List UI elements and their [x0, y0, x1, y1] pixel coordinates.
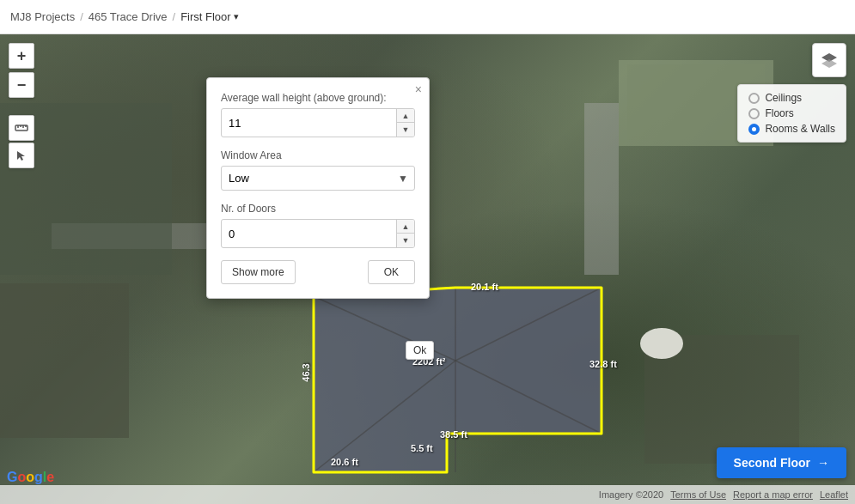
window-area-label: Window Area: [221, 149, 415, 161]
measurement-label-1: 20.1 ft: [471, 282, 498, 292]
modal-ok-button[interactable]: OK: [368, 260, 415, 284]
doors-input[interactable]: [222, 223, 396, 245]
doors-field: Nr. of Doors ▲ ▼: [221, 203, 415, 248]
zoom-out-button[interactable]: −: [9, 72, 34, 98]
window-area-select[interactable]: Low Medium High: [221, 166, 415, 191]
ruler-button[interactable]: [9, 115, 34, 141]
modal-close-button[interactable]: ×: [415, 83, 422, 95]
modal-dialog: × Average wall height (above ground): ▲ …: [206, 77, 430, 299]
sep-2: /: [173, 10, 176, 23]
svg-rect-11: [0, 283, 129, 438]
doors-up[interactable]: ▲: [397, 220, 414, 234]
radio-ceilings-circle: [748, 93, 760, 104]
layer-button[interactable]: [812, 43, 846, 77]
wall-height-label: Average wall height (above ground):: [221, 92, 415, 104]
floor-selector[interactable]: First Floor ▾: [180, 10, 239, 23]
bottom-bar: Imagery ©2020 Terms of Use Report a map …: [0, 485, 855, 504]
svg-marker-20: [17, 151, 25, 161]
measurement-label-7: 5.5 ft: [411, 443, 433, 453]
doors-spinner: ▲ ▼: [396, 220, 414, 247]
svg-rect-3: [584, 103, 619, 275]
wall-height-input[interactable]: [222, 112, 396, 134]
leaflet-link[interactable]: Leaflet: [820, 489, 848, 500]
wall-height-up[interactable]: ▲: [397, 109, 414, 123]
measurement-label-6: 20.6 ft: [331, 457, 358, 467]
show-more-button[interactable]: Show more: [221, 260, 296, 284]
zoom-in-button[interactable]: +: [9, 43, 34, 69]
radio-ceilings-label: Ceilings: [765, 92, 802, 104]
second-floor-button[interactable]: Second Floor →: [717, 447, 846, 478]
modal-actions: Show more OK: [221, 260, 415, 284]
app-header: MJ8 Projects / 465 Trace Drive / First F…: [0, 0, 855, 34]
radio-rooms-walls-circle: [748, 124, 760, 135]
measurement-label-5: 38.5 ft: [440, 429, 467, 440]
second-floor-label: Second Floor: [734, 456, 810, 470]
svg-marker-22: [821, 59, 837, 68]
doors-input-group: ▲ ▼: [221, 219, 415, 248]
radio-floors[interactable]: Floors: [748, 107, 835, 119]
radio-ceilings[interactable]: Ceilings: [748, 92, 835, 104]
google-logo: Google: [7, 470, 54, 485]
second-floor-arrow-icon: →: [817, 456, 829, 470]
report-link[interactable]: Report a map error: [733, 489, 813, 500]
measurement-label-3: 32.8 ft: [589, 359, 617, 369]
window-area-field: Window Area Low Medium High ▼: [221, 149, 415, 191]
wall-height-field: Average wall height (above ground): ▲ ▼: [221, 92, 415, 137]
imagery-credit: Imagery ©2020: [599, 489, 663, 500]
map-container[interactable]: 23.7 ft 20.1 ft 46.3 32.8 ft 2202 ft² 38…: [0, 34, 855, 504]
wall-height-input-group: ▲ ▼: [221, 108, 415, 137]
svg-point-14: [640, 328, 683, 359]
radio-panel: Ceilings Floors Rooms & Walls: [737, 84, 846, 143]
project-name[interactable]: MJ8 Projects: [10, 10, 75, 23]
radio-rooms-walls-label: Rooms & Walls: [765, 123, 835, 135]
radio-floors-circle: [748, 108, 760, 119]
wall-height-spinner: ▲ ▼: [396, 109, 414, 137]
radio-rooms-walls[interactable]: Rooms & Walls: [748, 123, 835, 135]
doors-label: Nr. of Doors: [221, 203, 415, 215]
chevron-down-icon: ▾: [234, 11, 239, 22]
floor-label: First Floor: [180, 10, 231, 23]
terms-link[interactable]: Terms of Use: [670, 489, 726, 500]
doors-down[interactable]: ▼: [397, 234, 414, 247]
radio-floors-label: Floors: [765, 107, 793, 119]
address[interactable]: 465 Trace Drive: [89, 10, 168, 23]
cursor-button[interactable]: [9, 143, 34, 168]
map-controls: + −: [9, 43, 34, 168]
measurement-label-2: 46.3: [301, 363, 311, 381]
ok-bubble-button[interactable]: Ok: [406, 341, 434, 360]
sep-1: /: [80, 10, 83, 23]
wall-height-down[interactable]: ▼: [397, 123, 414, 137]
window-area-select-wrapper: Low Medium High ▼: [221, 166, 415, 191]
